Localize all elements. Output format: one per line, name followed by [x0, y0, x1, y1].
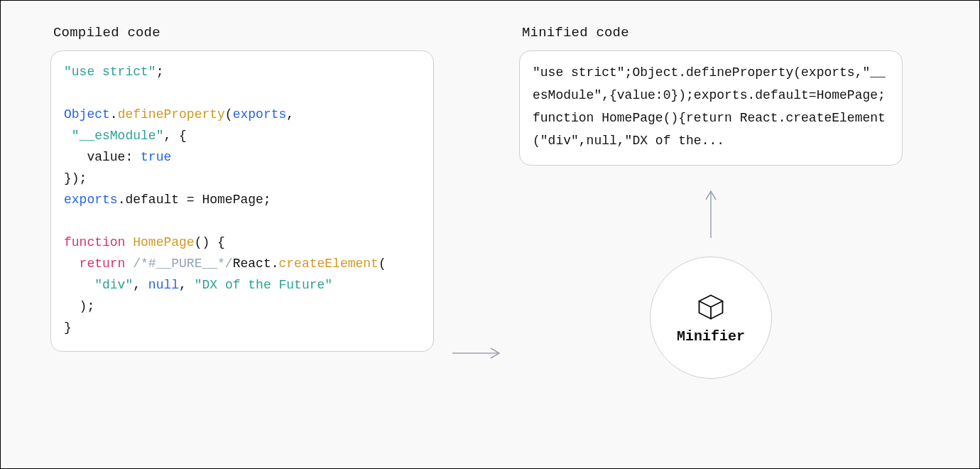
code-token: ;: [156, 65, 164, 79]
code-token: [125, 235, 133, 249]
code-token: ,: [286, 107, 294, 122]
code-token: [64, 257, 80, 271]
minifier-flow: Minifier: [519, 185, 903, 379]
code-token: exports: [233, 107, 287, 122]
code-token: defineProperty: [118, 107, 225, 122]
arrow-right-container: [434, 25, 519, 440]
compiled-title: Compiled code: [53, 25, 434, 41]
code-token: });: [64, 171, 87, 185]
code-token: Object: [64, 107, 110, 122]
code-token: "use strict": [64, 65, 156, 79]
code-token: [64, 278, 94, 292]
code-token: ,: [179, 278, 195, 292]
code-token: "__esModule": [72, 129, 164, 143]
code-token: value:: [64, 150, 141, 164]
code-token: React.: [233, 257, 279, 271]
arrow-right-icon: [448, 345, 505, 362]
diagram-frame: Compiled code "use strict"; Object.defin…: [0, 0, 980, 469]
compiled-code-panel: "use strict"; Object.defineProperty(expo…: [50, 50, 434, 352]
code-token: () {: [195, 235, 225, 249]
cube-icon: [695, 291, 726, 323]
code-token: null: [148, 278, 179, 292]
compiled-code: "use strict"; Object.defineProperty(expo…: [64, 61, 420, 338]
minified-column: Minified code "use strict";Object.define…: [519, 25, 903, 379]
minifier-node: Minifier: [650, 257, 772, 379]
code-token: );: [64, 299, 94, 313]
code-token: (: [225, 107, 233, 122]
code-token: ,: [133, 278, 148, 292]
code-token: [125, 257, 133, 271]
code-token: "div": [94, 278, 133, 292]
code-token: true: [141, 150, 171, 164]
code-token: HomePage: [133, 235, 194, 249]
compiled-column: Compiled code "use strict"; Object.defin…: [50, 25, 434, 352]
code-token: /*#__PURE__*/: [133, 257, 232, 271]
code-token: , {: [163, 129, 186, 143]
code-token: function: [64, 235, 125, 249]
code-token: return: [80, 257, 126, 271]
code-token: .: [110, 107, 118, 122]
minifier-label: Minifier: [677, 328, 745, 345]
code-token: [64, 129, 72, 143]
minified-code: "use strict";Object.defineProperty(expor…: [533, 61, 889, 152]
code-token: }: [64, 320, 72, 335]
code-token: (: [379, 257, 386, 271]
minified-title: Minified code: [522, 25, 903, 41]
arrow-up-icon: [702, 185, 719, 242]
code-token: exports: [64, 193, 118, 207]
code-token: createElement: [278, 257, 378, 271]
code-token: "DX of the Future": [195, 278, 332, 292]
code-token: .default = HomePage;: [118, 193, 271, 207]
minified-code-panel: "use strict";Object.defineProperty(expor…: [519, 50, 903, 166]
